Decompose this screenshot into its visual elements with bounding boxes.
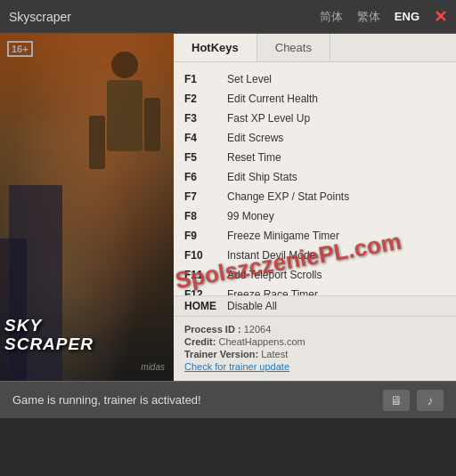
cheat-desc: Instant Devil Mode [227,247,315,263]
cheat-item: F4Edit Screws [184,128,445,148]
lang-simplified[interactable]: 简体 [316,7,346,27]
cheat-desc: Set Level [227,71,272,87]
cheat-key: F8 [184,208,227,224]
cheat-item: F2Edit Current Health [184,89,445,109]
cheats-list: F1Set LevelF2Edit Current HealthF3Fast X… [174,62,456,295]
cheat-desc: Change EXP / Stat Points [227,189,349,205]
cheat-item: F6Edit Ship Stats [184,167,445,187]
trainer-version: Latest [261,349,288,359]
building-bg2 [0,238,27,381]
cheat-key: F5 [184,149,227,165]
language-controls: 简体 繁体 ENG ✕ [316,7,447,27]
cheat-desc: Add Teleport Scrolls [227,267,322,283]
trainer-label: Trainer Version: [184,349,258,359]
app-title: Skyscraper [9,10,71,24]
cheat-item: F5Reset Time [184,148,445,167]
lang-traditional[interactable]: 繁体 [354,7,384,27]
trainer-row: Trainer Version: Latest [184,349,445,359]
cheat-key: F6 [184,169,227,185]
cheat-desc: Freeze Race Timer [227,286,318,295]
cheat-key: F9 [184,228,227,244]
process-row: Process ID : 12064 [184,324,445,335]
status-bar: Game is running, trainer is activated! 🖥… [0,381,456,418]
right-panel: HotKeys Cheats F1Set LevelF2Edit Current… [174,34,456,381]
cheat-item: F7Change EXP / Stat Points [184,187,445,206]
character-silhouette [89,52,160,230]
close-button[interactable]: ✕ [434,7,447,27]
cheat-key: F2 [184,91,227,107]
update-link[interactable]: Check for trainer update [184,361,289,372]
cheat-item: F9Freeze Minigame Timer [184,226,445,246]
game-image-panel: 16+ SKYSCRAPER midas [0,34,174,381]
credit-label: Credit: [184,336,216,347]
cheat-item: F899 Money [184,206,445,226]
cheat-desc: 99 Money [227,208,274,224]
home-cheat-item: HOME Disable All [184,300,445,312]
cheat-key: F10 [184,247,227,263]
main-content: 16+ SKYSCRAPER midas HotKeys Cheats F1Se… [0,34,456,381]
cheat-item: F1Set Level [184,69,445,89]
info-panel: Process ID : 12064 Credit: CheatHappens.… [174,316,456,381]
cheat-key: F3 [184,110,227,126]
cheat-desc: Freeze Minigame Timer [227,228,339,244]
status-text: Game is running, trainer is activated! [12,393,201,407]
process-id: 12064 [244,324,272,335]
cheat-desc: Edit Screws [227,130,283,146]
cheat-desc: Edit Current Health [227,91,318,107]
cheat-desc: Reset Time [227,149,281,165]
cheat-key: F12 [184,286,227,295]
cheat-desc: Edit Ship Stats [227,169,297,185]
publisher-logo: midas [141,362,165,372]
rating-badge: 16+ [7,41,33,57]
process-label: Process ID : [184,324,241,335]
update-row: Check for trainer update [184,361,445,372]
cheat-item: F11Add Teleport Scrolls [184,265,445,285]
cheat-key: F11 [184,267,227,283]
lang-english[interactable]: ENG [391,8,423,25]
cheat-key: F1 [184,71,227,87]
home-desc: Disable All [227,300,277,312]
credit-value: CheatHappens.com [219,336,305,347]
cheat-item: F10Instant Devil Mode [184,246,445,265]
home-area: HOME Disable All [174,295,456,316]
cheat-desc: Fast XP Level Up [227,110,310,126]
music-icon[interactable]: ♪ [417,390,444,411]
credit-row: Credit: CheatHappens.com [184,336,445,347]
status-icons: 🖥 ♪ [383,390,444,411]
tab-cheats[interactable]: Cheats [257,34,330,61]
game-title-overlay: SKYSCRAPER [4,317,94,354]
home-key: HOME [184,300,227,312]
game-cover: 16+ SKYSCRAPER midas [0,34,174,381]
cheat-key: F4 [184,130,227,146]
tab-bar: HotKeys Cheats [174,34,456,62]
cheat-key: F7 [184,189,227,205]
monitor-icon[interactable]: 🖥 [383,390,410,411]
tab-hotkeys[interactable]: HotKeys [174,34,257,61]
cheat-item: F12Freeze Race Timer [184,285,445,295]
cheat-item: F3Fast XP Level Up [184,109,445,128]
title-bar: Skyscraper 简体 繁体 ENG ✕ [0,0,456,34]
